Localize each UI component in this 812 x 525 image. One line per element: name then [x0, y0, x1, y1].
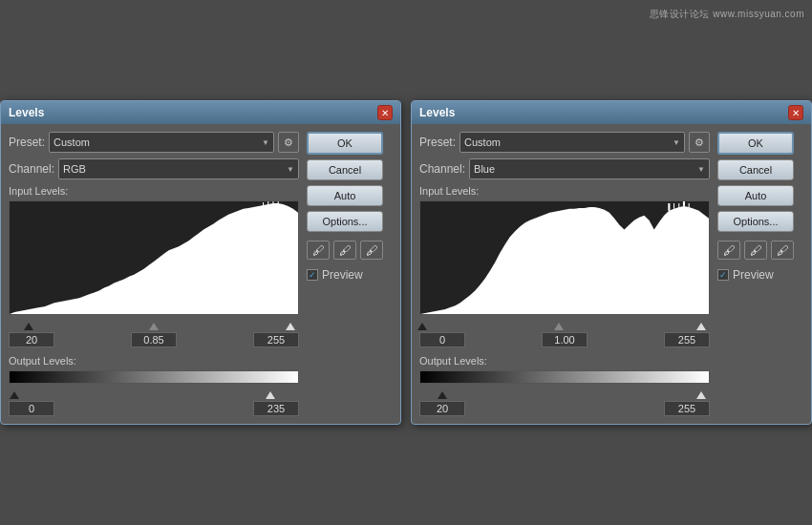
options-button-2[interactable]: Options... — [717, 211, 794, 232]
channel-row-2: Channel: Blue ▼ — [419, 158, 710, 179]
channel-label-1: Channel: — [9, 162, 54, 176]
preset-chevron-2: ▼ — [673, 138, 680, 147]
preset-row-2: Preset: Custom ▼ ⚙ — [419, 132, 710, 153]
eyedropper-row-2: 🖋 🖋 🖋 — [717, 241, 803, 260]
eyedropper-gray-1[interactable]: 🖋 — [333, 241, 356, 260]
cancel-button-1[interactable]: Cancel — [307, 159, 383, 180]
levels-dialog-2: Levels ✕ Preset: Custom ▼ ⚙ Channel: — [411, 100, 812, 425]
output-levels-label-2: Output Levels: — [419, 355, 710, 367]
eyedropper-white-1[interactable]: 🖋 — [360, 241, 383, 260]
close-button-1[interactable]: ✕ — [377, 105, 393, 120]
channel-chevron-1: ▼ — [287, 165, 294, 174]
left-panel-1: Preset: Custom ▼ ⚙ Channel: RGB ▼ I — [9, 132, 299, 416]
ok-button-1[interactable]: OK — [307, 132, 383, 155]
input-levels-label-2: Input Levels: — [419, 185, 710, 197]
left-panel-2: Preset: Custom ▼ ⚙ Channel: Blue ▼ — [419, 132, 710, 416]
watermark-text: 思锋设计论坛 www.missyuan.com — [650, 8, 804, 21]
input-mid-field-1[interactable] — [131, 332, 177, 347]
output-gradient-1 — [9, 370, 299, 384]
levels-dialog-1: Levels ✕ Preset: Custom ▼ ⚙ Channel: — [0, 100, 401, 425]
preset-chevron-1: ▼ — [262, 138, 269, 147]
dialog-body-2: Preset: Custom ▼ ⚙ Channel: Blue ▼ — [412, 124, 811, 424]
preset-label-1: Preset: — [9, 136, 45, 149]
input-max-field-2[interactable] — [664, 332, 710, 347]
preset-select-2[interactable]: Custom ▼ — [459, 132, 685, 153]
input-max-field-1[interactable] — [253, 332, 299, 347]
eyedropper-white-2[interactable]: 🖋 — [771, 241, 794, 260]
preview-label-2: Preview — [733, 268, 774, 282]
input-mid-slider-2[interactable] — [554, 323, 564, 330]
histogram-svg-2 — [420, 201, 709, 314]
preset-select-1[interactable]: Custom ▼ — [49, 132, 274, 153]
input-min-field-1[interactable] — [9, 332, 54, 347]
dialog-title-1: Levels — [9, 106, 44, 119]
output-levels-label-1: Output Levels: — [9, 355, 299, 367]
channel-row-1: Channel: RGB ▼ — [9, 158, 299, 179]
dialog-title-2: Levels — [419, 106, 455, 119]
gear-button-2[interactable]: ⚙ — [689, 132, 710, 153]
auto-button-2[interactable]: Auto — [717, 185, 794, 206]
histogram-1 — [9, 200, 299, 315]
output-max-field-2[interactable] — [664, 401, 710, 416]
input-mid-slider-1[interactable] — [149, 323, 159, 330]
close-button-2[interactable]: ✕ — [788, 105, 803, 120]
gear-button-1[interactable]: ⚙ — [278, 132, 299, 153]
input-highlight-slider-2[interactable] — [696, 323, 706, 330]
histogram-svg-1 — [10, 201, 298, 314]
output-values-row-2 — [419, 401, 710, 416]
preview-checkbox-2[interactable] — [717, 269, 729, 281]
titlebar-1: Levels ✕ — [1, 101, 400, 124]
preview-row-1: Preview — [307, 268, 393, 282]
output-min-field-2[interactable] — [419, 401, 465, 416]
input-values-row-2 — [419, 332, 710, 347]
ok-button-2[interactable]: OK — [717, 132, 794, 155]
output-max-field-1[interactable] — [253, 401, 299, 416]
dialog-body-1: Preset: Custom ▼ ⚙ Channel: RGB ▼ I — [1, 124, 400, 424]
preset-label-2: Preset: — [419, 136, 456, 149]
eyedropper-gray-2[interactable]: 🖋 — [744, 241, 767, 260]
channel-select-2[interactable]: Blue ▼ — [469, 158, 710, 179]
output-highlight-slider-2[interactable] — [696, 391, 706, 399]
histogram-2 — [419, 200, 710, 315]
right-panel-1: OK Cancel Auto Options... 🖋 🖋 🖋 Preview — [307, 132, 393, 416]
preview-row-2: Preview — [717, 268, 803, 282]
output-shadow-slider-2[interactable] — [438, 391, 447, 399]
preview-checkbox-1[interactable] — [307, 269, 318, 281]
input-highlight-slider-1[interactable] — [286, 323, 295, 330]
dialogs-container: Levels ✕ Preset: Custom ▼ ⚙ Channel: — [0, 100, 812, 425]
input-mid-field-2[interactable] — [542, 332, 588, 347]
output-shadow-slider-1[interactable] — [10, 391, 19, 399]
input-shadow-slider-1[interactable] — [24, 323, 33, 330]
right-panel-2: OK Cancel Auto Options... 🖋 🖋 🖋 Preview — [717, 132, 803, 416]
output-min-field-1[interactable] — [9, 401, 54, 416]
channel-chevron-2: ▼ — [697, 165, 705, 174]
eyedropper-black-1[interactable]: 🖋 — [307, 241, 330, 260]
input-shadow-slider-2[interactable] — [417, 323, 427, 330]
output-gradient-2 — [419, 370, 710, 384]
preset-row-1: Preset: Custom ▼ ⚙ — [9, 132, 299, 153]
input-values-row-1 — [9, 332, 299, 347]
eyedropper-black-2[interactable]: 🖋 — [717, 241, 740, 260]
channel-select-1[interactable]: RGB ▼ — [58, 158, 299, 179]
cancel-button-2[interactable]: Cancel — [717, 159, 794, 180]
output-values-row-1 — [9, 401, 299, 416]
output-highlight-slider-1[interactable] — [266, 391, 275, 399]
auto-button-1[interactable]: Auto — [307, 185, 383, 206]
input-min-field-2[interactable] — [419, 332, 465, 347]
eyedropper-row-1: 🖋 🖋 🖋 — [307, 241, 393, 260]
input-levels-label-1: Input Levels: — [9, 185, 299, 197]
channel-label-2: Channel: — [419, 162, 465, 176]
titlebar-2: Levels ✕ — [412, 101, 811, 124]
preview-label-1: Preview — [322, 268, 363, 282]
options-button-1[interactable]: Options... — [307, 211, 383, 232]
